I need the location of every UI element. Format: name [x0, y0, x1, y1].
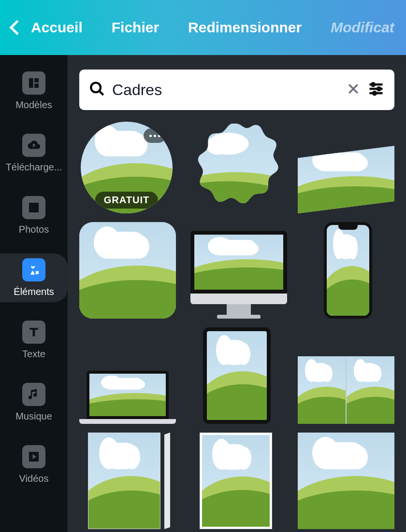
frame-tablet[interactable]: [203, 327, 271, 424]
more-options-button[interactable]: [144, 128, 166, 143]
sidebar-item-templates[interactable]: Modèles: [0, 67, 68, 115]
home-label: Accueil: [31, 19, 83, 36]
frame-open-book[interactable]: [298, 356, 394, 424]
sidebar-item-music[interactable]: Musique: [0, 378, 68, 427]
svg-point-12: [190, 182, 282, 214]
frames-grid: GRATUIT: [79, 122, 394, 532]
chevron-left-icon: [12, 22, 22, 33]
upload-icon: [22, 134, 45, 157]
sidebar-item-photos[interactable]: Photos: [0, 191, 68, 240]
resize-label: Redimensionner: [188, 19, 302, 35]
edit-label: Modificat: [331, 19, 394, 35]
resize-menu[interactable]: Redimensionner: [188, 19, 302, 36]
frame-parallelogram[interactable]: [298, 146, 394, 213]
sidebar-item-label: Musique: [15, 411, 52, 422]
elements-panel: GRATUIT: [68, 55, 406, 532]
sidebar-item-elements[interactable]: Éléments: [0, 253, 68, 302]
clear-search-button[interactable]: [346, 82, 361, 98]
sidebar-item-videos[interactable]: Vidéos: [0, 440, 68, 489]
frame-desktop-monitor[interactable]: [190, 231, 287, 319]
sidebar-item-label: Vidéos: [19, 473, 49, 484]
frame-smartphone[interactable]: [324, 222, 372, 319]
svg-line-1: [99, 91, 103, 95]
search-input[interactable]: [112, 81, 339, 99]
search-bar: [79, 70, 394, 110]
frame-book-3d[interactable]: [88, 433, 165, 529]
elements-icon: [22, 258, 45, 281]
svg-point-5: [372, 83, 375, 86]
music-icon: [22, 383, 45, 406]
svg-point-14: [206, 136, 229, 154]
frame-laptop[interactable]: [79, 371, 176, 424]
svg-point-7: [377, 87, 380, 90]
sidebar-item-label: Télécharge...: [6, 162, 62, 173]
free-badge: GRATUIT: [95, 192, 158, 209]
svg-point-9: [373, 92, 376, 95]
home-button[interactable]: Accueil: [12, 19, 83, 36]
frame-circle[interactable]: GRATUIT: [81, 122, 173, 213]
file-menu[interactable]: Fichier: [112, 19, 159, 36]
templates-icon: [22, 71, 45, 95]
search-icon: [89, 81, 105, 99]
sidebar-item-text[interactable]: Texte: [0, 316, 68, 364]
sidebar-item-label: Modèles: [15, 99, 52, 111]
file-label: Fichier: [112, 19, 159, 35]
filter-button[interactable]: [367, 80, 385, 99]
left-sidebar: Modèles Télécharge... Photos Éléments Te: [0, 55, 68, 532]
svg-point-0: [91, 83, 101, 92]
frame-portrait-bordered[interactable]: [200, 433, 272, 529]
top-menu-bar: Accueil Fichier Redimensionner Modificat: [0, 0, 406, 55]
frame-rectangle[interactable]: [298, 433, 394, 529]
edit-menu[interactable]: Modificat: [331, 19, 394, 36]
frame-rounded-square[interactable]: [79, 222, 176, 319]
sidebar-item-uploads[interactable]: Télécharge...: [0, 129, 68, 178]
main-area: Modèles Télécharge... Photos Éléments Te: [0, 55, 406, 532]
sidebar-item-label: Texte: [22, 349, 45, 360]
video-icon: [22, 445, 45, 468]
sidebar-item-label: Éléments: [14, 286, 54, 297]
sidebar-item-label: Photos: [19, 224, 49, 235]
text-icon: [22, 321, 45, 344]
photos-icon: [22, 196, 45, 219]
frame-scallop[interactable]: [190, 122, 282, 213]
